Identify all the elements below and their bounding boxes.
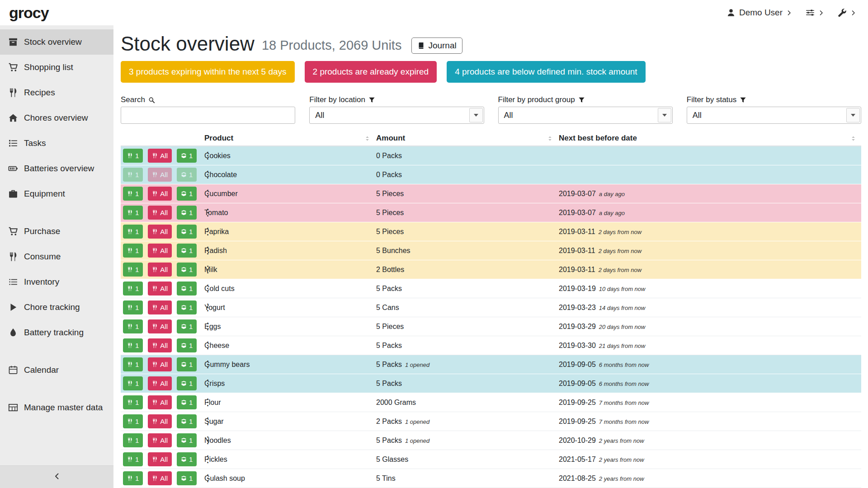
best-before-date: 2019-09-25 xyxy=(559,418,596,425)
open-one-button[interactable]: 1 xyxy=(177,244,197,258)
utensils-icon xyxy=(127,456,133,462)
sidebar-item-tasks[interactable]: Tasks xyxy=(0,131,113,156)
sidebar-item-recipes[interactable]: Recipes xyxy=(0,80,113,105)
consume-one-button[interactable]: 1 xyxy=(123,338,143,352)
open-one-button[interactable]: 1 xyxy=(177,149,197,163)
best-before-note: 6 months from now xyxy=(599,361,649,368)
consume-all-button[interactable]: All xyxy=(148,452,172,466)
location-filter-select[interactable]: All xyxy=(309,107,484,124)
consume-one-button[interactable]: 1 xyxy=(123,433,143,447)
consume-all-button[interactable]: All xyxy=(148,338,172,352)
product-group-filter-select[interactable]: All xyxy=(498,107,673,124)
consume-all-button[interactable]: All xyxy=(148,263,172,277)
consume-one-button[interactable]: 1 xyxy=(123,187,143,201)
box-open-icon xyxy=(181,399,187,405)
open-one-button[interactable]: 1 xyxy=(177,395,197,409)
open-one-button[interactable]: 1 xyxy=(177,319,197,333)
sidebar-item-battery-tracking[interactable]: Battery tracking xyxy=(0,320,113,345)
tasks-icon xyxy=(8,138,18,148)
sidebar-item-consume[interactable]: Consume xyxy=(0,244,113,269)
consume-all-button[interactable]: All xyxy=(148,149,172,163)
consume-one-button[interactable]: 1 xyxy=(123,357,143,371)
open-one-button[interactable]: 1 xyxy=(177,433,197,447)
consume-all-button[interactable]: All xyxy=(148,187,172,201)
consume-all-button[interactable]: All xyxy=(148,395,172,409)
sidebar-item-shopping-list[interactable]: Shopping list xyxy=(0,55,113,80)
open-one-button[interactable]: 1 xyxy=(177,376,197,390)
filter-icon xyxy=(368,97,375,103)
button-label: All xyxy=(160,455,168,463)
best-before-note: 10 days from now xyxy=(599,286,646,292)
consume-all-button[interactable]: All xyxy=(148,471,172,485)
consume-one-button[interactable]: 1 xyxy=(123,168,143,182)
consume-one-button[interactable]: 1 xyxy=(123,244,143,258)
open-one-button[interactable]: 1 xyxy=(177,187,197,201)
open-one-button[interactable]: 1 xyxy=(177,263,197,277)
consume-one-button[interactable]: 1 xyxy=(123,471,143,485)
below-min-stock-banner[interactable]: 4 products are below defined min. stock … xyxy=(447,61,645,83)
journal-button[interactable]: Journal xyxy=(411,38,462,54)
open-one-button[interactable]: 1 xyxy=(177,282,197,296)
amount-column-header[interactable]: Amount xyxy=(375,131,558,145)
open-one-button[interactable]: 1 xyxy=(177,300,197,314)
consume-one-button[interactable]: 1 xyxy=(123,376,143,390)
consume-all-button[interactable]: All xyxy=(148,282,172,296)
consume-one-button[interactable]: 1 xyxy=(123,395,143,409)
utensils-icon xyxy=(127,399,133,405)
sidebar-item-calendar[interactable]: Calendar xyxy=(0,357,113,383)
sidebar-item-batteries-overview[interactable]: Batteries overview xyxy=(0,156,113,181)
best-before-column-header[interactable]: Next best before date xyxy=(558,131,861,145)
consume-all-button[interactable]: All xyxy=(148,244,172,258)
sidebar-item-manage-master-data[interactable]: Manage master data xyxy=(0,395,113,420)
consume-one-button[interactable]: 1 xyxy=(123,263,143,277)
best-before-date: 2019-03-29 xyxy=(559,323,596,330)
consume-one-button[interactable]: 1 xyxy=(123,225,143,239)
sidebar-item-purchase[interactable]: Purchase xyxy=(0,219,113,244)
product-column-header[interactable]: Product xyxy=(203,131,375,145)
consume-one-button[interactable]: 1 xyxy=(123,206,143,220)
best-before-note: 2 years from now xyxy=(599,456,644,463)
consume-all-button[interactable]: All xyxy=(148,206,172,220)
consume-all-button[interactable]: All xyxy=(148,357,172,371)
consume-one-button[interactable]: 1 xyxy=(123,414,143,428)
filter-icon xyxy=(578,97,585,103)
button-label: All xyxy=(160,474,168,482)
open-one-button[interactable]: 1 xyxy=(177,168,197,182)
consume-all-button[interactable]: All xyxy=(148,433,172,447)
open-one-button[interactable]: 1 xyxy=(177,452,197,466)
open-one-button[interactable]: 1 xyxy=(177,338,197,352)
consume-one-button[interactable]: 1 xyxy=(123,149,143,163)
admin-menu[interactable] xyxy=(838,8,856,17)
button-label: All xyxy=(160,266,168,273)
sidebar-item-stock-overview[interactable]: Stock overview xyxy=(0,29,113,55)
consume-all-button[interactable]: All xyxy=(148,414,172,428)
consume-all-button[interactable]: All xyxy=(148,300,172,314)
app-logo[interactable]: grocy xyxy=(9,4,49,22)
sidebar-item-equipment[interactable]: Equipment xyxy=(0,181,113,206)
user-menu[interactable]: Demo User xyxy=(726,8,792,18)
status-filter-select[interactable]: All xyxy=(687,107,861,124)
sidebar-collapse-button[interactable] xyxy=(0,465,113,488)
expired-banner[interactable]: 2 products are already expired xyxy=(305,61,437,83)
sidebar-item-label: Purchase xyxy=(24,226,60,236)
consume-one-button[interactable]: 1 xyxy=(123,300,143,314)
consume-one-button[interactable]: 1 xyxy=(123,319,143,333)
consume-all-button[interactable]: All xyxy=(148,225,172,239)
sidebar-item-chores-overview[interactable]: Chores overview xyxy=(0,105,113,131)
table-row: 1 All 1 ⋮ Radish 5 Bunches 2019-03-112 d… xyxy=(121,241,861,260)
open-one-button[interactable]: 1 xyxy=(177,471,197,485)
expiring-banner[interactable]: 3 products expiring within the next 5 da… xyxy=(121,61,295,83)
settings-menu[interactable] xyxy=(806,8,824,17)
sidebar-item-chore-tracking[interactable]: Chore tracking xyxy=(0,295,113,320)
sidebar-item-inventory[interactable]: Inventory xyxy=(0,269,113,295)
search-input[interactable] xyxy=(121,107,295,124)
consume-one-button[interactable]: 1 xyxy=(123,282,143,296)
consume-all-button[interactable]: All xyxy=(148,319,172,333)
open-one-button[interactable]: 1 xyxy=(177,206,197,220)
open-one-button[interactable]: 1 xyxy=(177,414,197,428)
consume-all-button[interactable]: All xyxy=(148,168,172,182)
consume-one-button[interactable]: 1 xyxy=(123,452,143,466)
consume-all-button[interactable]: All xyxy=(148,376,172,390)
open-one-button[interactable]: 1 xyxy=(177,357,197,371)
open-one-button[interactable]: 1 xyxy=(177,225,197,239)
